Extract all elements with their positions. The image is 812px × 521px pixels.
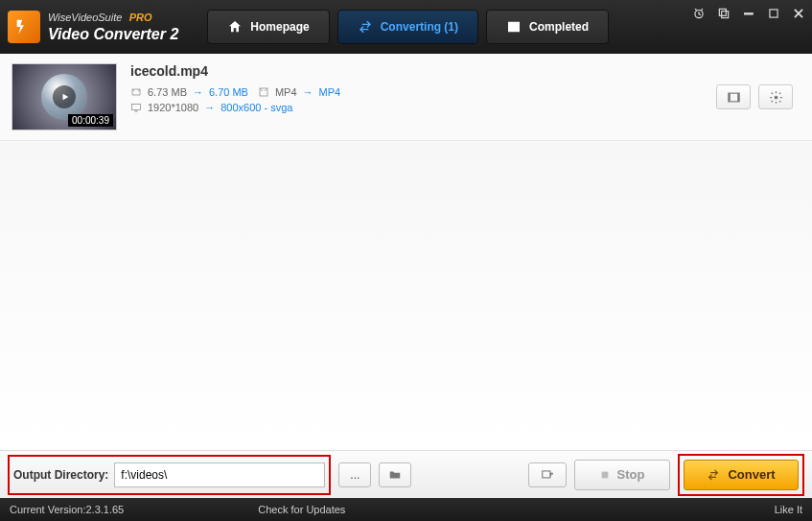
convert-button[interactable]: Convert [684,460,799,490]
stop-label: Stop [617,467,645,482]
arrow-icon: → [193,86,203,98]
output-label: Output Directory: [13,468,108,482]
tab-label: Completed [529,20,589,34]
app-logo: WiseVideoSuite PRO Video Converter 2 [0,11,178,43]
size-from: 6.73 MB [148,86,187,98]
file-info: icecold.mp4 6.73 MB → 6.70 MB MP4 → MP4 … [117,63,716,130]
item-actions [716,63,800,130]
add-video-button[interactable] [528,462,567,487]
tab-converting[interactable]: Converting (1) [337,10,478,44]
resolution-icon [130,102,142,113]
browse-label: ... [350,468,360,482]
maximize-button[interactable] [766,6,781,21]
file-item[interactable]: 00:00:39 icecold.mp4 6.73 MB → 6.70 MB M… [0,54,812,141]
svg-rect-6 [132,105,141,110]
settings-button[interactable] [758,84,793,109]
format-from: MP4 [275,86,297,98]
convert-icon [707,468,720,482]
resolution-from: 1920*1080 [148,102,198,113]
version-text: Current Version:2.3.1.65 [10,504,124,515]
output-path-input[interactable] [114,462,325,487]
svg-rect-12 [543,470,550,477]
app-badge: PRO [129,12,152,23]
format-to: MP4 [319,86,341,98]
size-icon [130,86,142,98]
size-to: 6.70 MB [209,86,248,98]
duration-badge: 00:00:39 [68,114,113,127]
app-suite-text: WiseVideoSuite [48,12,122,23]
svg-rect-3 [744,12,753,14]
check-updates-link[interactable]: Check for Updates [258,504,345,515]
tab-completed[interactable]: Completed [486,10,609,44]
open-folder-button[interactable] [379,462,411,487]
svg-point-11 [774,95,777,99]
empty-area [0,141,812,448]
convert-icon [358,19,373,35]
main-tabs: Homepage Converting (1) Completed [207,10,616,44]
svg-rect-10 [737,93,739,102]
close-button[interactable] [791,6,806,21]
bottom-bar: Output Directory: ... Stop Convert [0,450,812,498]
tab-label: Converting (1) [381,20,458,34]
svg-rect-13 [601,471,608,478]
tab-homepage[interactable]: Homepage [207,10,329,44]
title-bar: WiseVideoSuite PRO Video Converter 2 Hom… [0,0,812,54]
window-controls [691,6,806,21]
stop-button[interactable]: Stop [574,460,670,490]
check-icon [506,19,522,35]
svg-rect-1 [719,9,726,15]
like-it-link[interactable]: Like It [775,504,802,515]
play-icon[interactable] [53,85,76,108]
stop-icon [600,470,610,480]
preview-button[interactable] [716,84,751,109]
resolution-to: 800x600 - svga [220,102,292,113]
svg-rect-2 [722,12,729,18]
convert-highlight: Convert [678,454,804,496]
format-icon [258,86,269,98]
output-directory-group: Output Directory: [8,455,331,495]
status-bar: Current Version:2.3.1.65 Check for Updat… [0,498,812,521]
arrow-icon: → [303,86,313,98]
svg-rect-4 [770,10,777,17]
tab-label: Homepage [250,20,309,34]
size-format-line: 6.73 MB → 6.70 MB MP4 → MP4 [130,86,716,98]
app-logo-icon [8,11,40,43]
resolution-line: 1920*1080 → 800x600 - svga [130,102,716,113]
alarm-icon[interactable] [691,6,707,21]
svg-rect-7 [135,111,138,112]
file-name: icecold.mp4 [130,63,716,79]
cascade-icon[interactable] [716,6,731,21]
convert-label: Convert [728,467,775,482]
app-title: Video Converter 2 [48,25,178,43]
video-thumbnail[interactable]: 00:00:39 [12,63,117,130]
svg-rect-9 [728,93,730,102]
minimize-button[interactable] [741,6,756,21]
browse-button[interactable]: ... [338,462,371,487]
home-icon [227,19,243,35]
arrow-icon: → [204,102,215,113]
